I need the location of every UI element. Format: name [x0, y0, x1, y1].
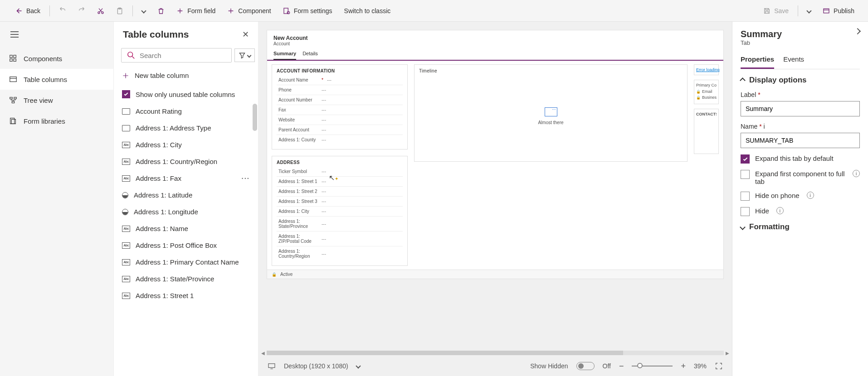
- component-button[interactable]: Component: [223, 5, 275, 17]
- column-item[interactable]: AbcAddress 1: Name···: [114, 220, 258, 237]
- column-item[interactable]: AbcAddress 1: Street 1···: [114, 287, 258, 304]
- column-item[interactable]: Address 1: Latitude···: [114, 187, 258, 203]
- canvas-scroll[interactable]: New Account Account SummaryDetails ACCOU…: [258, 22, 732, 350]
- form-field-row[interactable]: Address 1: County---: [277, 135, 403, 145]
- display-options-label: Display options: [749, 76, 807, 85]
- column-item[interactable]: AbcAddress 1: Primary Contact Name···: [114, 254, 258, 270]
- name-input[interactable]: [741, 133, 860, 148]
- form-preview[interactable]: New Account Account SummaryDetails ACCOU…: [267, 30, 724, 279]
- save-dropdown-button[interactable]: [803, 6, 815, 15]
- zoom-handle[interactable]: [637, 363, 643, 368]
- component-label: Component: [238, 7, 271, 14]
- expand-default-checkbox[interactable]: Expand this tab by default: [741, 154, 860, 164]
- info-icon[interactable]: i: [807, 192, 814, 199]
- collapse-panel-button[interactable]: [854, 28, 861, 34]
- canvas-h-scrollbar[interactable]: ◀ ▶: [258, 350, 732, 356]
- paste-button[interactable]: [112, 5, 128, 17]
- show-unused-checkbox[interactable]: [122, 90, 130, 98]
- show-hidden-toggle[interactable]: [576, 362, 595, 370]
- zoom-out-button[interactable]: −: [619, 362, 624, 371]
- form-field-row[interactable]: Ticker Symbol---: [277, 167, 403, 177]
- form-tab[interactable]: Summary: [273, 49, 296, 60]
- nav-table-columns[interactable]: Table columns: [0, 69, 113, 90]
- info-icon[interactable]: i: [853, 170, 860, 177]
- form-field-row[interactable]: Address 1: ZIP/Postal Code---: [277, 231, 403, 246]
- scroll-right-button[interactable]: ▶: [726, 351, 729, 356]
- checkbox[interactable]: [741, 192, 750, 201]
- checkbox[interactable]: [741, 207, 750, 216]
- field-label: Address 1: County: [278, 137, 322, 142]
- primary-contact-card[interactable]: Primary Co 🔒Email 🔒Business: [694, 80, 719, 104]
- form-field-row[interactable]: Address 1: Country/Region---: [277, 246, 403, 261]
- switch-classic-button[interactable]: Switch to classic: [340, 5, 395, 17]
- cut-button[interactable]: [93, 5, 109, 17]
- formatting-group[interactable]: Formatting: [741, 222, 860, 231]
- selected-element-title: Summary: [741, 29, 782, 39]
- column-item[interactable]: AbcAddress 1: State/Province···: [114, 270, 258, 287]
- form-field-row[interactable]: Address 1: City---: [277, 207, 403, 217]
- redo-button[interactable]: [73, 5, 90, 17]
- form-field-row[interactable]: Address 1: Street 2---: [277, 187, 403, 197]
- hide-phone-checkbox[interactable]: Hide on phone i: [741, 192, 860, 201]
- show-unused-checkbox-row[interactable]: Show only unused table columns: [114, 86, 258, 103]
- error-card[interactable]: Error loading: [694, 64, 719, 75]
- nav-components[interactable]: Components: [0, 48, 113, 69]
- column-item[interactable]: Address 1: Longitude···: [114, 203, 258, 220]
- form-field-button[interactable]: Form field: [172, 5, 220, 17]
- error-loading-link[interactable]: Error loading: [696, 67, 717, 72]
- info-icon[interactable]: i: [776, 207, 784, 214]
- form-field-row[interactable]: Account Name*---: [277, 75, 403, 85]
- column-item[interactable]: Account Rating···: [114, 103, 258, 120]
- form-field-row[interactable]: Parent Account---: [277, 125, 403, 135]
- form-tab[interactable]: Details: [302, 49, 318, 60]
- form-field-row[interactable]: Phone---: [277, 85, 403, 95]
- close-panel-button[interactable]: ✕: [242, 29, 249, 39]
- new-table-column-button[interactable]: New table column: [114, 65, 258, 86]
- filter-button[interactable]: [234, 48, 255, 62]
- section-timeline[interactable]: Timeline Almost there: [414, 64, 688, 162]
- form-settings-button[interactable]: Form settings: [278, 5, 337, 17]
- save-button[interactable]: Save: [759, 5, 793, 17]
- form-field-row[interactable]: Address 1: Street 1---: [277, 177, 403, 187]
- checkbox[interactable]: [741, 170, 750, 179]
- chevron-down-icon[interactable]: [356, 363, 361, 368]
- paste-dropdown-button[interactable]: [137, 6, 150, 15]
- column-item[interactable]: AbcAddress 1: Fax···: [114, 170, 258, 187]
- info-icon[interactable]: i: [764, 123, 765, 130]
- publish-button[interactable]: Publish: [818, 5, 859, 17]
- form-field-row[interactable]: Fax---: [277, 105, 403, 115]
- column-item[interactable]: AbcAddress 1: Post Office Box···: [114, 237, 258, 254]
- section-address[interactable]: ADDRESS Ticker Symbol---Address 1: Stree…: [272, 156, 408, 266]
- form-field-row[interactable]: Address 1: Street 3---: [277, 197, 403, 207]
- column-item[interactable]: Address 1: Address Type···: [114, 120, 258, 136]
- expand-first-checkbox[interactable]: Expand first component to full tab i: [741, 170, 860, 185]
- device-label[interactable]: Desktop (1920 x 1080): [284, 362, 348, 370]
- section-account-info[interactable]: ACCOUNT INFORMATION Account Name*---Phon…: [272, 64, 408, 149]
- delete-button[interactable]: [153, 5, 169, 17]
- zoom-in-button[interactable]: +: [681, 362, 686, 371]
- zoom-slider[interactable]: [632, 366, 673, 366]
- more-button[interactable]: ···: [241, 174, 250, 182]
- properties-tab[interactable]: Events: [783, 53, 804, 69]
- properties-tab[interactable]: Properties: [741, 53, 774, 69]
- form-field-row[interactable]: Website---: [277, 115, 403, 125]
- hamburger-button[interactable]: [0, 28, 113, 48]
- scrollbar-thumb[interactable]: [267, 351, 623, 355]
- search-input[interactable]: [140, 52, 226, 59]
- form-field-row[interactable]: Address 1: State/Province---: [277, 217, 403, 231]
- scrollbar-track[interactable]: [267, 351, 724, 355]
- scroll-left-button[interactable]: ◀: [261, 351, 265, 356]
- column-item[interactable]: AbcAddress 1: Country/Region···: [114, 153, 258, 170]
- checkbox[interactable]: [741, 154, 750, 164]
- column-item[interactable]: AbcAddress 1: City···: [114, 136, 258, 153]
- fit-screen-icon[interactable]: [715, 362, 723, 370]
- label-input[interactable]: [741, 101, 860, 116]
- display-options-group[interactable]: Display options: [741, 76, 860, 85]
- hide-checkbox[interactable]: Hide i: [741, 207, 860, 216]
- contacts-card[interactable]: CONTACTS: [694, 109, 719, 154]
- form-field-row[interactable]: Account Number---: [277, 95, 403, 105]
- back-button[interactable]: Back: [9, 4, 45, 18]
- nav-form-libraries[interactable]: Form libraries: [0, 111, 113, 131]
- undo-button[interactable]: [54, 5, 71, 17]
- nav-tree-view[interactable]: Tree view: [0, 90, 113, 111]
